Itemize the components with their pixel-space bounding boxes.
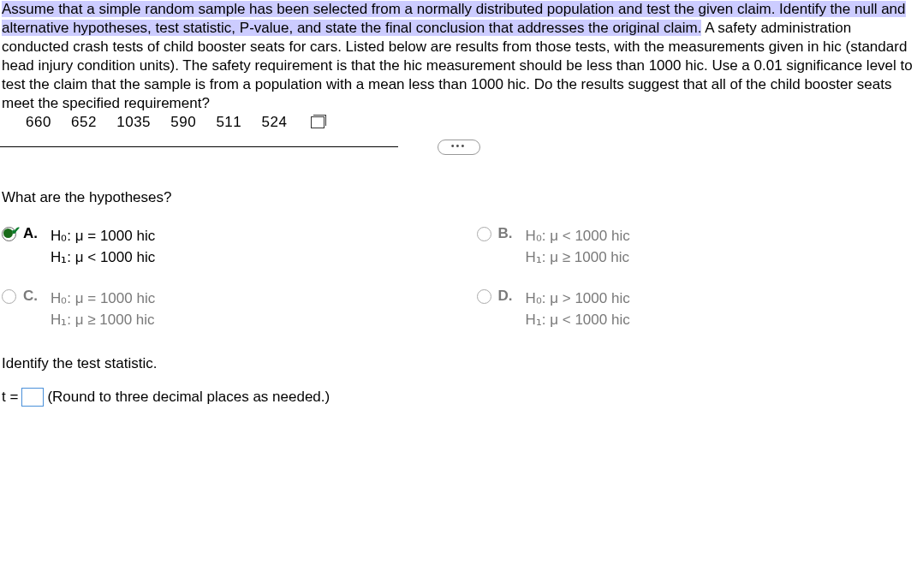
option-label-c: C. — [23, 288, 40, 305]
option-b[interactable]: B. H₀: μ < 1000 hic H₁: μ ≥ 1000 hic — [477, 225, 918, 269]
copy-icon[interactable] — [311, 116, 325, 128]
option-a-h0: H₀: μ = 1000 hic — [51, 225, 155, 247]
data-values-row: 660 652 1035 590 511 524 — [0, 114, 917, 131]
data-value: 1035 — [116, 114, 151, 130]
radio-button-b[interactable] — [477, 227, 491, 241]
data-value: 590 — [170, 114, 196, 130]
radio-button-d[interactable] — [477, 289, 491, 304]
data-value: 524 — [262, 114, 288, 130]
more-button[interactable]: ••• — [438, 140, 480, 155]
radio-button-a[interactable]: ✔ — [2, 227, 16, 241]
option-b-h1: H₁: μ ≥ 1000 hic — [526, 246, 630, 269]
separator-line — [0, 146, 398, 147]
data-value: 511 — [216, 114, 241, 130]
data-value: 660 — [26, 114, 51, 130]
option-d-h0: H₀: μ > 1000 hic — [526, 288, 630, 310]
option-label-d: D. — [498, 288, 515, 305]
t-input[interactable] — [21, 388, 44, 407]
option-label-b: B. — [498, 225, 515, 242]
t-label: t = — [2, 389, 18, 406]
option-c[interactable]: C. H₀: μ = 1000 hic H₁: μ ≥ 1000 hic — [2, 288, 443, 331]
option-label-a: A. — [23, 225, 40, 242]
option-d[interactable]: D. H₀: μ > 1000 hic H₁: μ < 1000 hic — [477, 288, 918, 331]
option-a[interactable]: ✔ A. H₀: μ = 1000 hic H₁: μ < 1000 hic — [2, 225, 443, 269]
round-instruction: (Round to three decimal places as needed… — [47, 389, 330, 406]
option-c-h0: H₀: μ = 1000 hic — [51, 288, 155, 310]
hypotheses-question: What are the hypotheses? — [2, 189, 917, 206]
problem-intro: Assume that a simple random sample has b… — [0, 0, 917, 114]
option-a-h1: H₁: μ < 1000 hic — [51, 246, 155, 269]
option-c-h1: H₁: μ ≥ 1000 hic — [51, 309, 155, 331]
option-d-h1: H₁: μ < 1000 hic — [526, 309, 630, 331]
option-b-h0: H₀: μ < 1000 hic — [526, 225, 630, 247]
radio-button-c[interactable] — [2, 289, 16, 304]
statistic-question: Identify the test statistic. — [2, 355, 917, 372]
check-icon: ✔ — [11, 224, 21, 237]
data-value: 652 — [71, 114, 97, 130]
